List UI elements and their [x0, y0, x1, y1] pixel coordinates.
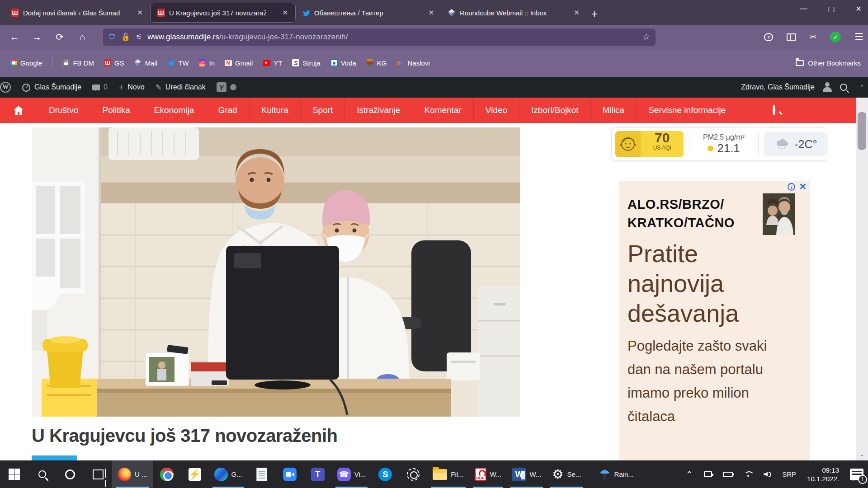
bookmark-instagram[interactable]: In: [199, 59, 215, 67]
menu-hamburger-icon[interactable]: ☰: [854, 31, 863, 43]
taskbar-search-button[interactable]: [28, 460, 56, 488]
permissions-icon[interactable]: ⚟: [136, 33, 142, 41]
maximize-button[interactable]: ▢: [828, 5, 835, 13]
taskbar-winamp[interactable]: ⚡: [181, 460, 209, 488]
ad-headline[interactable]: Pratite najnovija dešavanja: [627, 239, 763, 328]
ad-brand-text[interactable]: ALO.RS/BRZO/ KRATKO/TAČNO: [627, 195, 735, 232]
tab-close-icon[interactable]: ✕: [135, 9, 145, 17]
insecure-lock-icon[interactable]: 🔓: [121, 33, 130, 41]
sidebar-ad[interactable]: i ✕ ALO.RS/BRZO/ KRATKO/TAČNO Pratite na…: [619, 181, 810, 460]
avatar[interactable]: [822, 82, 833, 93]
new-tab-button[interactable]: +: [591, 8, 598, 20]
close-button[interactable]: ✕: [856, 5, 862, 13]
volume-icon[interactable]: [764, 472, 771, 477]
menu-item-grad[interactable]: Grad: [206, 98, 249, 123]
menu-item-politika[interactable]: Politika: [90, 98, 142, 123]
taskbar-teams[interactable]: T: [304, 460, 332, 488]
reload-button[interactable]: ⟳: [52, 32, 68, 42]
tab-wp-new-post[interactable]: Ш Dodaj novi članak ‹ Glas Šumad ✕: [5, 3, 150, 23]
bookmark-google[interactable]: Google: [10, 59, 42, 67]
screenshot-icon[interactable]: ✂: [809, 32, 816, 42]
wp-comments[interactable]: 0: [92, 83, 108, 91]
bookmark-naslovi[interactable]: nn Naslovi: [397, 59, 430, 67]
menu-item-milica[interactable]: Milica: [591, 98, 637, 123]
start-button[interactable]: [0, 460, 28, 488]
taskbar-explorer[interactable]: Fil...: [427, 460, 469, 488]
menu-item-izbori-bojkot[interactable]: Izbori/Bojkot: [519, 98, 591, 123]
wp-edit-post[interactable]: ✎ Uredi članak: [156, 83, 206, 92]
taskbar-skype[interactable]: S: [371, 460, 399, 488]
bookmark-gmail[interactable]: M Gmail: [225, 59, 253, 67]
wordpress-logo-icon[interactable]: W: [0, 82, 11, 93]
taskbar-chrome[interactable]: [153, 460, 181, 488]
ad-close-icon[interactable]: ✕: [799, 183, 807, 191]
bookmark-fb-dm[interactable]: FB DM: [62, 59, 94, 67]
cortana-button[interactable]: [56, 460, 84, 488]
wp-new-button[interactable]: + Novo: [118, 82, 145, 93]
camera-tray-icon[interactable]: [704, 471, 712, 477]
taskbar-settings[interactable]: ⚙ Se...: [547, 460, 586, 488]
pocket-icon[interactable]: ∨: [764, 33, 773, 41]
taskbar-firefox[interactable]: U ...: [112, 460, 153, 488]
tab-close-icon[interactable]: ✕: [572, 9, 581, 17]
search-icon[interactable]: [840, 84, 847, 91]
menu-item-ekonomija[interactable]: Ekonomija: [142, 98, 207, 123]
taskbar-notepad[interactable]: [248, 460, 276, 488]
taskbar-signal[interactable]: [399, 460, 427, 488]
ad-photo[interactable]: [763, 193, 795, 235]
menu-item-istrazivanje[interactable]: Istraživanje: [345, 98, 412, 123]
bookmark-star-icon[interactable]: ☆: [642, 32, 650, 42]
scrollbar-up-arrow[interactable]: ⌃: [856, 77, 868, 98]
taskbar-word[interactable]: W W...: [507, 460, 547, 488]
menu-item-sport[interactable]: Sport: [301, 98, 345, 123]
other-bookmarks-button[interactable]: Other Bookmarks: [796, 49, 861, 77]
bookmark-gs[interactable]: Ш GS: [104, 59, 124, 67]
scrollbar-thumb[interactable]: [858, 112, 866, 150]
menu-item-kultura[interactable]: Kultura: [250, 98, 301, 123]
language-indicator[interactable]: SRP: [782, 470, 796, 478]
back-button[interactable]: ←: [6, 32, 23, 42]
page-scrollbar[interactable]: ⌃ ⌄: [856, 77, 868, 460]
bookmark-mail[interactable]: Mail: [134, 59, 158, 67]
menu-item-video[interactable]: Video: [474, 98, 519, 123]
tab-close-icon[interactable]: ✕: [280, 9, 290, 17]
forward-button[interactable]: →: [29, 32, 45, 42]
ad-body[interactable]: Pogledajte zašto svaki dan na našem port…: [627, 334, 768, 428]
menu-item-drustvo[interactable]: Društvo: [37, 98, 90, 123]
menu-home-button[interactable]: [0, 98, 37, 123]
bookmark-youtube[interactable]: YT: [263, 59, 282, 67]
wp-greeting[interactable]: Zdravo, Glas Šumadije: [741, 83, 815, 91]
bookmark-twitter[interactable]: TW: [167, 59, 189, 67]
menu-item-servisne-informacije[interactable]: Servisne informacije: [637, 98, 737, 123]
taskbar-clock[interactable]: 09:13 10.1.2022.: [807, 466, 839, 483]
menu-search-button[interactable]: [773, 106, 775, 114]
taskbar-zoom[interactable]: [276, 460, 304, 488]
tab-roundcube[interactable]: Roundcube Webmail :: Inbox ✕: [441, 3, 587, 23]
url-bar[interactable]: 🛡 🔓 ⚟ www.glassumadije.rs/u-kragujevcu-j…: [103, 28, 656, 46]
tray-chevron-icon[interactable]: ⌃: [685, 469, 693, 480]
wp-yoast[interactable]: Y: [217, 82, 236, 92]
tab-twitter[interactable]: Обавештења / Твитер ✕: [296, 3, 441, 23]
extension-check-icon[interactable]: ✓: [830, 32, 841, 42]
minimize-button[interactable]: —: [800, 5, 807, 13]
ad-info-icon[interactable]: i: [788, 183, 795, 191]
air-quality-widget[interactable]: 70 US AQI PM2.5 µg/m³ 21.1 -2C°: [611, 127, 827, 161]
taskbar-edge[interactable]: G...: [209, 460, 248, 488]
url-text[interactable]: www.glassumadije.rs/u-kragujevcu-jos-317…: [147, 33, 637, 42]
task-view-button[interactable]: [84, 460, 112, 488]
wifi-icon[interactable]: [744, 471, 753, 478]
menu-item-komentar[interactable]: Komentar: [412, 98, 473, 123]
scrollbar-down-arrow[interactable]: ⌄: [856, 451, 868, 458]
taskbar-rainmeter[interactable]: ☂ Rain...: [594, 460, 639, 488]
taskbar-acrobat[interactable]: PDF W...: [469, 460, 507, 488]
bookmark-voda[interactable]: Voda: [330, 59, 356, 67]
taskbar-viber[interactable]: ☎ Vi...: [332, 460, 372, 488]
bookmark-kg[interactable]: KG: [366, 59, 387, 67]
battery-icon[interactable]: [723, 472, 733, 477]
tracking-shield-icon[interactable]: 🛡: [108, 33, 116, 41]
bookmark-struja[interactable]: S Struja: [292, 59, 320, 67]
notification-center-button[interactable]: 1: [850, 469, 863, 480]
wp-site-name[interactable]: Glas Šumadije: [22, 83, 81, 92]
tab-close-icon[interactable]: ✕: [426, 9, 436, 17]
sidebar-icon[interactable]: [787, 33, 796, 41]
